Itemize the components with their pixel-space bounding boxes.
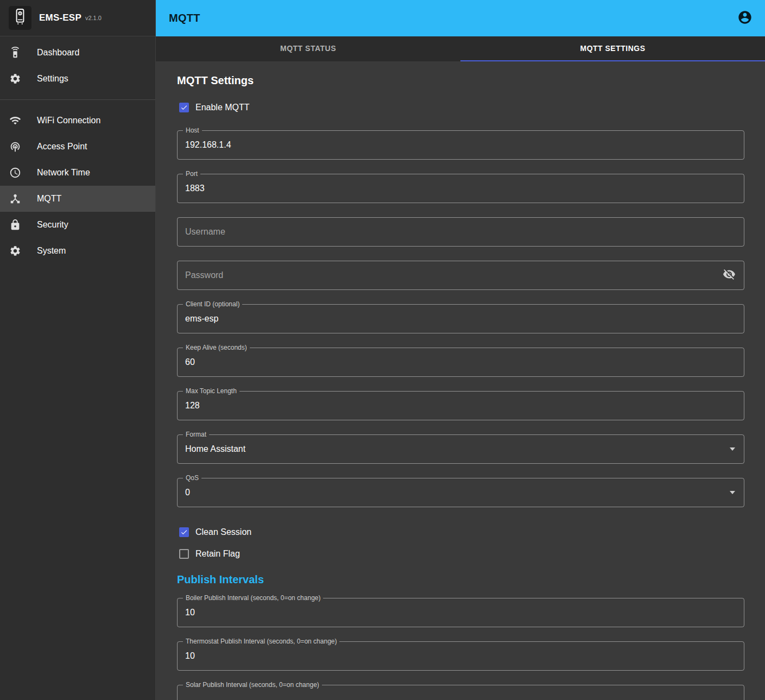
format-select[interactable]: Format Home Assistant (177, 434, 744, 464)
sidebar-item-settings[interactable]: Settings (0, 66, 155, 92)
client-id-field[interactable]: Client ID (optional) ems-esp (177, 304, 744, 333)
mqtt-settings-panel: MQTT Settings Enable MQTT Host 192.168.1… (156, 61, 765, 700)
enable-mqtt-checkbox[interactable]: Enable MQTT (177, 97, 744, 118)
toggle-password-visibility-button[interactable] (722, 268, 736, 282)
appbar: MQTT (156, 0, 765, 36)
field-label: Host (183, 127, 202, 134)
field-label: Max Topic Length (183, 387, 239, 395)
field-label: Boiler Publish Interval (seconds, 0=on c… (183, 594, 323, 602)
field-label: Thermostat Publish Interval (seconds, 0=… (183, 638, 339, 645)
field-value: 1883 (185, 184, 736, 193)
clock-icon (9, 166, 22, 179)
sidebar: EMS-ESP v2.1.0 Dashboard Settings (0, 0, 156, 700)
lock-icon (9, 218, 22, 231)
field-label: Format (183, 431, 209, 438)
field-placeholder: Username (185, 227, 736, 237)
page-title: MQTT (169, 12, 737, 24)
sidebar-item-label: Dashboard (37, 48, 79, 58)
tabbar: MQTT STATUS MQTT SETTINGS (156, 36, 765, 61)
qos-select[interactable]: QoS 0 (177, 478, 744, 507)
checkbox-label: Retain Flag (195, 549, 240, 559)
sidebar-item-dashboard[interactable]: Dashboard (0, 40, 155, 66)
sidebar-item-security[interactable]: Security (0, 212, 155, 238)
field-label: QoS (183, 474, 201, 482)
sidebar-item-label: Security (37, 220, 68, 230)
boiler-publish-interval-field[interactable]: Boiler Publish Interval (seconds, 0=on c… (177, 598, 744, 627)
sidebar-item-wifi-connection[interactable]: WiFi Connection (0, 108, 155, 134)
visibility-off-icon (723, 268, 736, 283)
checkbox-label: Enable MQTT (195, 103, 250, 112)
retain-flag-checkbox[interactable]: Retain Flag (177, 543, 744, 565)
dropdown-arrow-icon (730, 447, 735, 451)
checkbox-label: Clean Session (195, 527, 251, 537)
sidebar-item-network-time[interactable]: Network Time (0, 160, 155, 186)
field-label: Solar Publish Interval (seconds, 0=on ch… (183, 681, 322, 689)
port-field[interactable]: Port 1883 (177, 174, 744, 203)
field-placeholder: Password (185, 270, 722, 280)
sidebar-item-label: System (37, 246, 66, 256)
field-value: 60 (185, 357, 736, 367)
tab-mqtt-settings[interactable]: MQTT SETTINGS (460, 36, 765, 61)
remote-device-icon (9, 46, 22, 59)
gear-icon (9, 244, 22, 257)
field-label: Port (183, 170, 200, 178)
field-value: ems-esp (185, 314, 736, 324)
sidebar-item-label: Network Time (37, 168, 90, 178)
sidebar-item-label: WiFi Connection (37, 116, 100, 125)
tab-mqtt-status[interactable]: MQTT STATUS (156, 36, 460, 61)
sidebar-item-system[interactable]: System (0, 238, 155, 264)
keep-alive-field[interactable]: Keep Alive (seconds) 60 (177, 348, 744, 377)
wifi-icon (9, 114, 22, 127)
sidebar-header: EMS-ESP v2.1.0 (0, 0, 155, 36)
account-button[interactable] (737, 10, 753, 27)
field-value: 10 (185, 608, 736, 617)
field-value: 192.168.1.4 (185, 140, 736, 150)
field-value: 10 (185, 651, 736, 661)
wifi-tethering-icon (9, 140, 22, 153)
field-value: Home Assistant (185, 444, 730, 454)
sidebar-project-menu: WiFi Connection Access Point Network Tim… (0, 104, 155, 267)
sidebar-item-label: Access Point (37, 142, 87, 152)
solar-publish-interval-field[interactable]: Solar Publish Interval (seconds, 0=on ch… (177, 685, 744, 700)
water-heater-icon (13, 9, 27, 27)
main-area: MQTT MQTT STATUS MQTT SETTINGS MQTT Sett… (156, 0, 765, 700)
host-field[interactable]: Host 192.168.1.4 (177, 130, 744, 160)
checkbox-checked-icon (179, 103, 189, 112)
app-title: EMS-ESP (39, 12, 81, 23)
checkbox-checked-icon (179, 527, 189, 537)
sidebar-item-label: MQTT (37, 194, 61, 204)
app-logo (9, 6, 31, 30)
sidebar-item-access-point[interactable]: Access Point (0, 134, 155, 160)
dropdown-arrow-icon (730, 491, 735, 494)
field-value: 128 (185, 401, 736, 411)
publish-intervals-title: Publish Intervals (177, 573, 744, 586)
field-label: Keep Alive (seconds) (183, 344, 250, 351)
sidebar-divider (0, 99, 155, 100)
gear-icon (9, 72, 22, 85)
username-field[interactable]: Username (177, 217, 744, 247)
thermostat-publish-interval-field[interactable]: Thermostat Publish Interval (seconds, 0=… (177, 641, 744, 671)
checkbox-unchecked-icon (179, 549, 189, 559)
max-topic-length-field[interactable]: Max Topic Length 128 (177, 391, 744, 420)
app-root: EMS-ESP v2.1.0 Dashboard Settings (0, 0, 765, 700)
clean-session-checkbox[interactable]: Clean Session (177, 521, 744, 543)
app-version: v2.1.0 (85, 15, 102, 21)
sidebar-item-mqtt[interactable]: MQTT (0, 186, 155, 212)
sidebar-item-label: Settings (37, 74, 68, 84)
device-hub-icon (9, 192, 22, 205)
sidebar-main-menu: Dashboard Settings (0, 36, 155, 95)
account-circle-icon (737, 10, 753, 27)
field-value: 0 (185, 488, 730, 497)
password-field[interactable]: Password (177, 261, 744, 290)
field-label: Client ID (optional) (183, 300, 242, 308)
form-title: MQTT Settings (177, 74, 744, 87)
